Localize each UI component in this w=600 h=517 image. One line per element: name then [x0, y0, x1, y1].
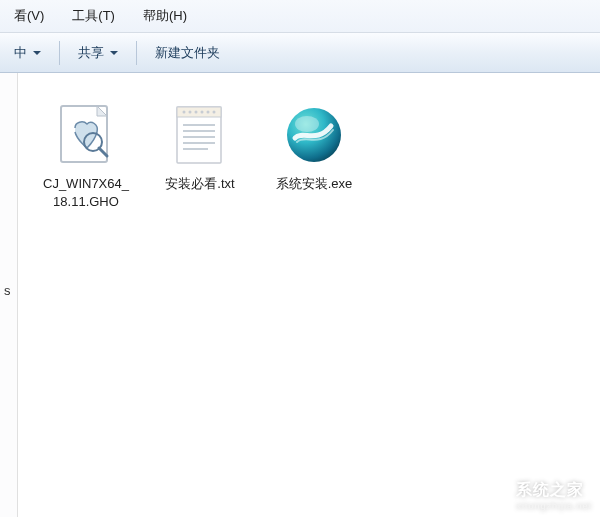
toolbar-include-in-library[interactable]: 中 — [4, 40, 51, 66]
menu-bar: 看(V) 工具(T) 帮助(H) — [0, 0, 600, 33]
main-area: s CJ_WIN7X64_18.11.GHO — [0, 73, 600, 517]
file-list[interactable]: CJ_WIN7X64_18.11.GHO 安装必看.txt — [18, 73, 600, 517]
file-label: CJ_WIN7X64_18.11.GHO — [40, 175, 132, 210]
svg-point-6 — [189, 111, 192, 114]
gho-file-icon — [52, 101, 120, 169]
chevron-down-icon — [33, 51, 41, 55]
file-item-gho[interactable]: CJ_WIN7X64_18.11.GHO — [38, 97, 134, 214]
chevron-down-icon — [110, 51, 118, 55]
svg-point-8 — [201, 111, 204, 114]
svg-point-10 — [213, 111, 216, 114]
menu-tools[interactable]: 工具(T) — [62, 4, 125, 28]
exe-file-icon — [280, 101, 348, 169]
toolbar-include-label: 中 — [14, 44, 27, 62]
sidebar-fragment: s — [4, 283, 11, 298]
svg-point-9 — [207, 111, 210, 114]
toolbar-separator — [59, 41, 60, 65]
toolbar-separator — [136, 41, 137, 65]
svg-point-18 — [491, 499, 495, 503]
toolbar-share[interactable]: 共享 — [68, 40, 128, 66]
menu-view[interactable]: 看(V) — [4, 4, 54, 28]
svg-point-5 — [183, 111, 186, 114]
toolbar: 中 共享 新建文件夹 — [0, 33, 600, 73]
toolbar-new-folder-label: 新建文件夹 — [155, 44, 220, 62]
toolbar-new-folder[interactable]: 新建文件夹 — [145, 40, 230, 66]
txt-file-icon — [166, 101, 234, 169]
file-label: 系统安装.exe — [268, 175, 360, 193]
svg-point-7 — [195, 111, 198, 114]
watermark-subtitle: xitongzhijia.net — [516, 501, 592, 511]
house-icon — [476, 481, 510, 511]
toolbar-share-label: 共享 — [78, 44, 104, 62]
watermark-text-block: 系统之家 xitongzhijia.net — [516, 480, 592, 511]
watermark: 系统之家 xitongzhijia.net — [476, 480, 592, 511]
menu-help[interactable]: 帮助(H) — [133, 4, 197, 28]
navigation-pane[interactable]: s — [0, 73, 18, 517]
file-label: 安装必看.txt — [154, 175, 246, 193]
svg-point-17 — [295, 116, 319, 132]
watermark-title: 系统之家 — [516, 480, 592, 501]
file-item-exe[interactable]: 系统安装.exe — [266, 97, 362, 197]
file-item-txt[interactable]: 安装必看.txt — [152, 97, 248, 197]
